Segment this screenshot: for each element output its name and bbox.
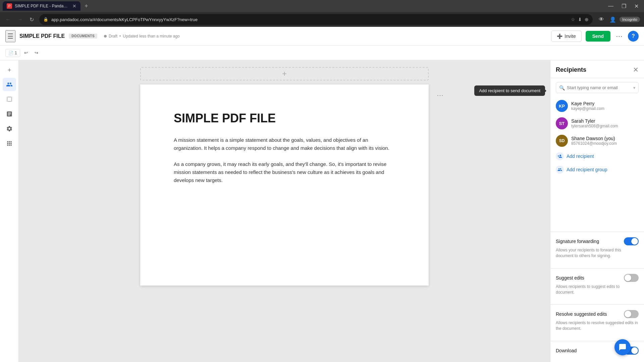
toggle-thumb bbox=[625, 311, 631, 317]
status-text: Draft bbox=[109, 34, 117, 39]
resolve-edits-section: Resolve suggested edits Allows recipient… bbox=[550, 304, 644, 341]
separator: • bbox=[119, 34, 121, 39]
sidebar-tokens[interactable] bbox=[3, 122, 16, 135]
signature-forwarding-row: Signature forwarding bbox=[556, 237, 639, 245]
signature-forwarding-desc: Allows your recipients to forward this d… bbox=[556, 247, 639, 259]
more-options-button[interactable]: ⋯ bbox=[614, 31, 624, 42]
signature-forwarding-toggle[interactable] bbox=[624, 237, 639, 245]
recipient-email: kayep@gmail.com bbox=[571, 106, 639, 111]
page-icon: 📄 bbox=[8, 51, 13, 55]
add-recipient-button[interactable]: Add recipient bbox=[556, 149, 639, 163]
recipient-name: Sarah Tyler bbox=[571, 118, 639, 124]
suggest-edits-desc: Allows recipients to suggest edits to do… bbox=[556, 284, 639, 295]
page-count: 📄 1 bbox=[5, 49, 20, 57]
tab-title: SIMPLE PDF FILE - PandaDoc bbox=[15, 4, 68, 8]
recipient-info: Kaye Perry kayep@gmail.com bbox=[571, 101, 639, 111]
page-number: 1 bbox=[15, 51, 17, 55]
address-bar[interactable]: 🔒 app.pandadoc.com/a/#/documents/kKyLCPF… bbox=[39, 14, 593, 25]
recipient-search-input[interactable] bbox=[556, 82, 639, 93]
panel-close-button[interactable]: ✕ bbox=[633, 66, 639, 74]
sidebar-add-block[interactable]: ＋ bbox=[3, 63, 16, 76]
address-icons: ☆ ⬇ ⊕ bbox=[571, 17, 589, 22]
browser-right-icons: 👁 👤 Incognito bbox=[597, 15, 640, 24]
panel-header: Recipients ✕ bbox=[550, 60, 644, 78]
resolve-edits-toggle[interactable] bbox=[624, 310, 639, 318]
tab-close-button[interactable]: ✕ bbox=[72, 3, 76, 9]
recipients-list: KP Kaye Perry kayep@gmail.com ST Sarah T… bbox=[556, 97, 639, 149]
document-page-title: SIMPLE PDF FILE bbox=[174, 111, 395, 125]
app: ☰ SIMPLE PDF FILE DOCUMENTS Draft • Upda… bbox=[0, 27, 644, 362]
search-container: 🔍 ▾ bbox=[556, 82, 639, 93]
back-button[interactable]: ← bbox=[4, 15, 12, 24]
recipient-item: SD Shane Dawson (you) 85761024@moodjoy.c… bbox=[556, 132, 639, 149]
minimize-button[interactable]: — bbox=[605, 2, 616, 10]
download-icon[interactable]: ⬇ bbox=[578, 17, 582, 22]
toolbar: 📄 1 ↩ ↪ bbox=[0, 46, 644, 60]
toggle-thumb bbox=[631, 347, 638, 354]
chevron-down-icon: ▾ bbox=[633, 85, 635, 90]
invite-icon: ➕ bbox=[557, 34, 562, 39]
suggest-edits-toggle[interactable] bbox=[624, 274, 639, 282]
left-sidebar: ＋ bbox=[0, 60, 19, 362]
hamburger-menu[interactable]: ☰ bbox=[5, 30, 15, 42]
chat-bubble-button[interactable] bbox=[614, 339, 631, 355]
redo-button[interactable]: ↪ bbox=[32, 48, 41, 57]
document-subtitle: Draft • Updated less than a minute ago bbox=[104, 34, 180, 39]
recipient-item: ST Sarah Tyler tylersarah508@gmail.com bbox=[556, 115, 639, 132]
new-tab-button[interactable]: + bbox=[82, 1, 91, 11]
browser-titlebar: P SIMPLE PDF FILE - PandaDoc ✕ + — ❐ ✕ bbox=[0, 0, 644, 12]
sidebar-form[interactable] bbox=[3, 107, 16, 121]
recipient-email: 85761024@moodjoy.com bbox=[571, 141, 639, 146]
main-area: ＋ + ⋯ SIMPLE PDF FILE bbox=[0, 60, 644, 362]
resolve-edits-desc: Allows recipients to resolve suggested e… bbox=[556, 320, 639, 331]
add-group-icon bbox=[556, 166, 564, 174]
bookmark-star-icon[interactable]: ☆ bbox=[571, 17, 575, 22]
maximize-button[interactable]: ❐ bbox=[619, 2, 629, 11]
avatar: KP bbox=[556, 100, 568, 112]
eye-slash-icon[interactable]: 👁 bbox=[597, 15, 606, 24]
sidebar-fields[interactable] bbox=[3, 93, 16, 106]
document-page-body: A mission statement is a simple statemen… bbox=[174, 136, 395, 184]
extensions-icon[interactable]: ⊕ bbox=[585, 17, 589, 22]
close-button[interactable]: ✕ bbox=[632, 2, 641, 11]
recipient-info: Shane Dawson (you) 85761024@moodjoy.com bbox=[571, 136, 639, 146]
browser-tab[interactable]: P SIMPLE PDF FILE - PandaDoc ✕ bbox=[3, 1, 80, 11]
sidebar-apps[interactable] bbox=[3, 137, 16, 150]
person-icon[interactable]: 👤 bbox=[607, 15, 618, 24]
window-controls: — ❐ ✕ bbox=[605, 2, 641, 11]
recipient-email: tylersarah508@gmail.com bbox=[571, 124, 639, 128]
recipient-name: Kaye Perry bbox=[571, 101, 639, 106]
avatar: ST bbox=[556, 117, 568, 129]
paragraph-2: As a company grows, it may reach its ear… bbox=[174, 160, 395, 184]
recipient-info: Sarah Tyler tylersarah508@gmail.com bbox=[571, 118, 639, 128]
help-button[interactable]: ? bbox=[628, 31, 639, 42]
document-title: SIMPLE PDF FILE bbox=[19, 33, 65, 39]
incognito-badge: Incognito bbox=[620, 17, 640, 22]
add-recipient-label: Add recipient bbox=[567, 154, 594, 159]
signature-forwarding-section: Signature forwarding Allows your recipie… bbox=[550, 232, 644, 268]
signature-forwarding-label: Signature forwarding bbox=[556, 239, 599, 244]
updated-text: Updated less than a minute ago bbox=[123, 34, 179, 39]
undo-button[interactable]: ↩ bbox=[21, 48, 31, 57]
document-area: + ⋯ SIMPLE PDF FILE A mission statement … bbox=[19, 60, 550, 362]
tab-favicon: P bbox=[7, 3, 12, 9]
suggest-edits-section: Suggest edits Allows recipients to sugge… bbox=[550, 268, 644, 305]
status-dot bbox=[104, 35, 107, 38]
invite-label: Invite bbox=[565, 34, 576, 39]
lock-icon: 🔒 bbox=[43, 17, 48, 22]
document-page: ⋯ SIMPLE PDF FILE A mission statement is… bbox=[140, 84, 429, 286]
toggle-thumb bbox=[625, 275, 631, 281]
refresh-button[interactable]: ↻ bbox=[28, 15, 35, 24]
suggest-edits-row: Suggest edits bbox=[556, 274, 639, 282]
add-recipient-group-button[interactable]: Add recipient group bbox=[556, 163, 639, 176]
invite-button[interactable]: ➕ Invite bbox=[551, 31, 581, 42]
send-button[interactable]: Send bbox=[586, 31, 610, 42]
sidebar-recipients[interactable] bbox=[3, 78, 16, 91]
add-recipient-group-label: Add recipient group bbox=[567, 167, 607, 172]
page-options-button[interactable]: ⋯ bbox=[437, 91, 443, 99]
header-right: ➕ Invite Send ⋯ ? bbox=[551, 31, 639, 42]
add-section-icon: + bbox=[282, 69, 287, 78]
forward-button[interactable]: → bbox=[16, 15, 24, 24]
download-label: Download bbox=[556, 348, 577, 353]
add-section-bar[interactable]: + bbox=[140, 67, 429, 80]
